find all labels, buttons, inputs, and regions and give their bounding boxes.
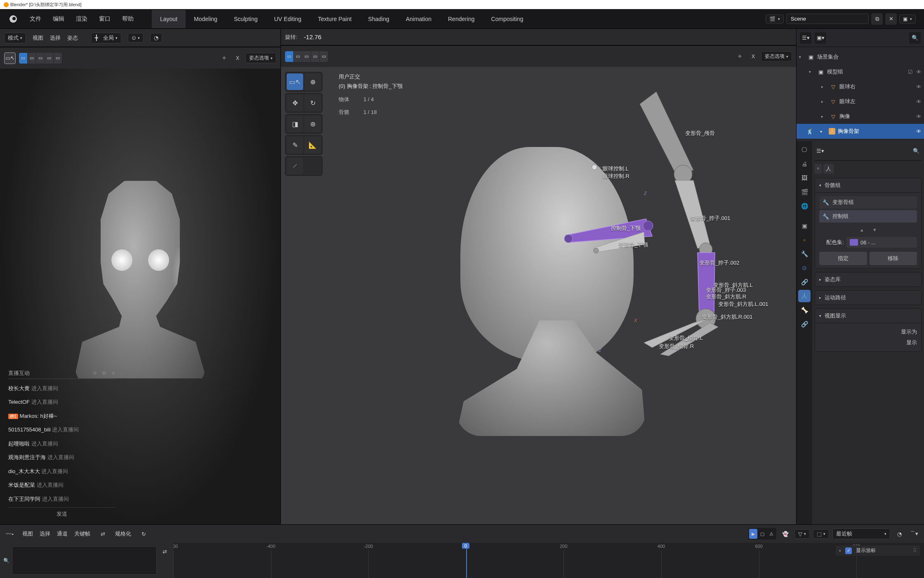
prop-options[interactable]: ☰▾ bbox=[815, 145, 825, 156]
overlay-close-left[interactable]: X bbox=[233, 52, 242, 64]
chat-close-icon[interactable]: ✕ bbox=[111, 370, 116, 376]
tool-cursor[interactable]: ⊕ bbox=[304, 73, 321, 90]
bone-group-deform[interactable]: 🔧 变形骨组 bbox=[819, 196, 917, 208]
prop-tab-bone[interactable]: 🦴 bbox=[798, 304, 811, 316]
timeline-view[interactable]: 视图 bbox=[22, 530, 33, 538]
orient-dropdown-left[interactable]: ╋ 全局 ▾ bbox=[91, 33, 121, 43]
breadcrumb-arm[interactable]: 人 bbox=[823, 164, 834, 174]
prop-tab-constraint[interactable]: 🔗 bbox=[798, 276, 811, 288]
view-layer-dropdown[interactable]: ▣▾ bbox=[899, 14, 916, 24]
channel-search-mode[interactable]: ⇄ bbox=[159, 546, 170, 557]
bone-group-control[interactable]: 🔧 控制组 bbox=[819, 210, 917, 223]
timeline-refresh[interactable]: ↻ bbox=[138, 528, 149, 540]
tab-modeling[interactable]: Modeling bbox=[186, 10, 226, 28]
tree-eye-r[interactable]: ▸ ▽ 眼球右 👁 bbox=[797, 79, 924, 94]
prop-edit-toggle-left[interactable]: ◔ bbox=[150, 33, 162, 43]
tree-toggle[interactable]: ▾ bbox=[799, 55, 805, 59]
view-menu-left[interactable]: 视图 bbox=[33, 34, 43, 42]
outliner-display-mode[interactable]: ☰▾ bbox=[800, 32, 811, 44]
select-mode-middle[interactable]: ▭ ▭ ▭ ▭ ▭ bbox=[285, 51, 328, 62]
menu-edit[interactable]: 编辑 bbox=[53, 15, 64, 23]
prop-tab-physics[interactable]: ⊙ bbox=[798, 262, 811, 274]
prop-tab-modifier[interactable]: 🔧 bbox=[798, 248, 811, 260]
timeline-cursor-modes[interactable]: ▶▢⚠ bbox=[748, 528, 776, 540]
outliner-view-mode[interactable]: ▣▾ bbox=[815, 32, 826, 44]
tool-rotate[interactable]: ↻ bbox=[304, 95, 321, 111]
tree-eye-l[interactable]: ▸ ▽ 眼球左 👁 bbox=[797, 94, 924, 109]
prop-tab-armature[interactable]: 人 bbox=[798, 290, 811, 302]
recent-frame-dropdown[interactable]: 最近帧▾ bbox=[832, 528, 890, 539]
select-diff[interactable]: ▭ bbox=[36, 53, 45, 64]
menu-file[interactable]: 文件 bbox=[30, 15, 41, 23]
prop-tab-render[interactable]: 🖵 bbox=[798, 144, 811, 156]
middle-viewport-content[interactable]: ▭↖⊕ ✥↻ ◨⊛ ✎📐 ⟋ 用户正交 (0) 胸像骨架 : 控制骨_下颚 物体… bbox=[281, 67, 796, 524]
prop-tab-world[interactable]: 🌐 bbox=[798, 200, 811, 212]
tool-scale[interactable]: ◨ bbox=[287, 116, 303, 132]
select-intersect2[interactable]: ▭ bbox=[54, 53, 62, 64]
tree-toggle[interactable]: ▸ bbox=[821, 99, 827, 104]
editor-type-dropdown[interactable]: 〰▾ bbox=[4, 528, 16, 540]
overlay-close-mid[interactable]: X bbox=[749, 51, 758, 62]
scene-dropdown[interactable]: 🎬▾ bbox=[766, 14, 784, 24]
timeline-normalize[interactable]: 规格化 bbox=[115, 530, 131, 538]
prop-edit-toggle[interactable]: ◔ bbox=[893, 528, 905, 540]
timeline-channel[interactable]: 通道 bbox=[57, 530, 68, 538]
chat-settings-icon[interactable]: ⚙ bbox=[102, 370, 106, 376]
playhead[interactable]: 0 bbox=[466, 543, 467, 578]
chevron-down-icon[interactable]: ▾ bbox=[839, 549, 841, 553]
prop-search[interactable]: 🔍 bbox=[911, 145, 922, 156]
tool-move[interactable]: ✥ bbox=[287, 95, 303, 111]
tool-measure[interactable]: 📐 bbox=[304, 137, 321, 153]
prop-tab-output[interactable]: 🖨 bbox=[798, 158, 811, 170]
nav-up-icon[interactable]: ▴ bbox=[860, 227, 863, 233]
timeline-keyframe[interactable]: 关键帧 bbox=[74, 530, 90, 538]
normalize-toggle[interactable]: ⇄ bbox=[97, 528, 108, 540]
panel-bone-groups-header[interactable]: ▾ 骨骼组 bbox=[815, 178, 921, 193]
new-scene-button[interactable]: ⧉ bbox=[871, 13, 883, 25]
select-diff[interactable]: ▭ bbox=[311, 51, 319, 62]
tree-toggle[interactable]: ▸ bbox=[820, 129, 826, 133]
prop-tab-collection[interactable]: ▣ bbox=[798, 220, 811, 232]
panel-pose-lib-header[interactable]: ▸ 姿态库 bbox=[815, 272, 921, 287]
delete-scene-button[interactable]: ✕ bbox=[885, 13, 897, 25]
select-menu-left[interactable]: 选择 bbox=[50, 34, 61, 42]
drag-handle-icon[interactable]: ⠿ bbox=[913, 548, 917, 554]
timeline-select[interactable]: 选择 bbox=[40, 530, 50, 538]
tab-shading[interactable]: Shading bbox=[360, 10, 397, 28]
prop-tab-bone-constraint[interactable]: 🔗 bbox=[798, 318, 811, 330]
tab-rendering[interactable]: Rendering bbox=[440, 10, 483, 28]
checkbox-icon[interactable]: ☑ bbox=[908, 69, 913, 75]
outliner-search-button[interactable]: 🔍 bbox=[909, 32, 921, 44]
select-new[interactable]: ▭ bbox=[285, 51, 293, 62]
chat-refresh-icon[interactable]: ⟳ bbox=[93, 370, 97, 376]
pivot-dropdown-left[interactable]: ⊙▾ bbox=[128, 33, 144, 43]
select-intersect[interactable]: ▭ bbox=[320, 51, 328, 62]
tab-sculpting[interactable]: Sculpting bbox=[226, 10, 266, 28]
pose-options-mid[interactable]: 姿态选项 ▾ bbox=[761, 51, 792, 62]
select-subtract[interactable]: ▭ bbox=[28, 53, 36, 64]
snap-dropdown[interactable]: ⬚▾ bbox=[813, 529, 829, 539]
select-mode-left[interactable]: ▭ ▭ ▭ ▭ ▭ bbox=[19, 53, 62, 64]
scene-name-input[interactable] bbox=[786, 14, 869, 24]
prop-tab-view[interactable]: 🖼 bbox=[798, 172, 811, 184]
color-set-dropdown[interactable]: 06 - ... bbox=[846, 237, 917, 248]
tree-bust[interactable]: ▸ ▽ 胸像 👁 bbox=[797, 109, 924, 124]
tab-animation[interactable]: Animation bbox=[398, 10, 440, 28]
tool-breakdown[interactable]: ⟋ bbox=[287, 158, 303, 174]
tree-scene-collection[interactable]: ▾ ▣ 场景集合 bbox=[797, 50, 924, 64]
nav-down-icon[interactable]: ▾ bbox=[873, 227, 876, 233]
cursor-mode-2[interactable]: ▢ bbox=[758, 529, 766, 539]
pose-options-left[interactable]: 姿态选项 ▾ bbox=[245, 53, 276, 63]
tree-toggle[interactable]: ▾ bbox=[809, 70, 815, 74]
cursor-mode-3[interactable]: ⚠ bbox=[767, 529, 776, 539]
show-cursor-checkbox[interactable]: ✓ bbox=[845, 547, 852, 554]
tool-annotate[interactable]: ✎ bbox=[287, 137, 303, 153]
select-subtract[interactable]: ▭ bbox=[302, 51, 311, 62]
gizmo-toggle-mid[interactable]: ✧ bbox=[734, 51, 745, 62]
tab-uv[interactable]: UV Editing bbox=[266, 10, 309, 28]
menu-help[interactable]: 帮助 bbox=[122, 15, 134, 23]
eye-icon[interactable]: 👁 bbox=[916, 99, 922, 105]
menu-window[interactable]: 窗口 bbox=[99, 15, 111, 23]
eye-icon[interactable]: 👁 bbox=[916, 69, 922, 75]
tab-layout[interactable]: Layout bbox=[152, 10, 186, 28]
